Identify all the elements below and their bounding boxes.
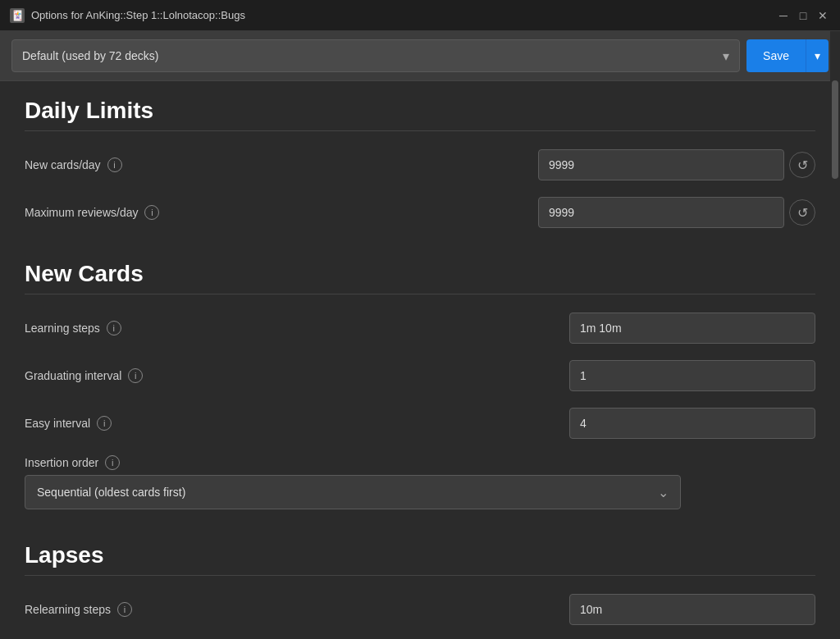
title-bar-left: 🃏 Options for AnKing::Step 1::Lolnotacop…: [10, 8, 245, 23]
easy-interval-label-text: Easy interval: [25, 417, 90, 430]
graduating-interval-label: Graduating interval i: [25, 368, 143, 383]
title-bar: 🃏 Options for AnKing::Step 1::Lolnotacop…: [0, 0, 840, 31]
lapses-section: Lapses Relearning steps i: [25, 542, 815, 633]
learning-steps-row: Learning steps i: [25, 304, 815, 352]
maximize-button[interactable]: □: [796, 8, 810, 23]
relearning-steps-input-group: [569, 594, 815, 625]
new-cards-input-group: ↺: [538, 149, 815, 180]
minimize-icon: ─: [779, 9, 788, 22]
relearning-steps-label-text: Relearning steps: [25, 603, 111, 616]
save-button-group: Save ▾: [746, 39, 829, 72]
deck-selector-label: Default (used by 72 decks): [22, 49, 159, 62]
easy-interval-info-icon[interactable]: i: [97, 416, 112, 431]
learning-steps-input[interactable]: [569, 313, 815, 344]
max-reviews-input-group: ↺: [538, 197, 815, 228]
new-cards-per-day-row: New cards/day i ↺: [25, 141, 815, 189]
new-cards-info-icon[interactable]: i: [107, 157, 122, 172]
maximize-icon: □: [800, 9, 806, 22]
graduating-interval-input[interactable]: [569, 360, 815, 391]
relearning-steps-input[interactable]: [569, 594, 815, 625]
lapses-title: Lapses: [25, 542, 815, 576]
max-reviews-per-day-row: Maximum reviews/day i ↺: [25, 189, 815, 236]
relearning-steps-info-icon[interactable]: i: [117, 602, 132, 617]
learning-steps-label-text: Learning steps: [25, 322, 100, 335]
insertion-order-row: Insertion order i Sequential (oldest car…: [25, 447, 815, 518]
new-cards-title: New Cards: [25, 261, 815, 294]
easy-interval-label: Easy interval i: [25, 416, 112, 431]
toolbar: Default (used by 72 decks) ▾ Save ▾: [0, 31, 840, 81]
window-title: Options for AnKing::Step 1::Lolnotacop::…: [31, 9, 245, 21]
insertion-order-chevron-icon: ⌄: [658, 485, 669, 500]
save-dropdown-icon: ▾: [815, 49, 820, 62]
window-controls: ─ □ ✕: [776, 8, 830, 23]
new-cards-per-day-label: New cards/day i: [25, 157, 122, 172]
learning-steps-label: Learning steps i: [25, 321, 121, 335]
graduating-interval-label-text: Graduating interval: [25, 369, 121, 382]
app-icon: 🃏: [10, 8, 25, 23]
easy-interval-input[interactable]: [569, 408, 815, 439]
scrollbar-thumb[interactable]: [832, 80, 838, 179]
max-reviews-input[interactable]: [538, 197, 784, 228]
save-button[interactable]: Save: [746, 39, 806, 72]
close-button[interactable]: ✕: [815, 8, 830, 23]
learning-steps-input-group: [569, 313, 815, 344]
insertion-order-value: Sequential (oldest cards first): [37, 486, 185, 499]
reset-icon-2: ↺: [797, 205, 808, 221]
daily-limits-title: Daily Limits: [25, 98, 815, 131]
new-cards-reset-button[interactable]: ↺: [789, 152, 815, 178]
close-icon: ✕: [818, 9, 828, 22]
deck-selector-chevron-icon: ▾: [723, 48, 729, 64]
scrollbar-track: [830, 31, 840, 639]
relearning-steps-label: Relearning steps i: [25, 602, 132, 617]
graduating-interval-input-group: [569, 360, 815, 391]
main-content: Daily Limits New cards/day i ↺ Maximum r…: [0, 81, 840, 639]
minimize-button[interactable]: ─: [776, 8, 791, 23]
max-reviews-label-text: Maximum reviews/day: [25, 206, 138, 219]
max-reviews-reset-button[interactable]: ↺: [789, 199, 815, 226]
graduating-interval-row: Graduating interval i: [25, 352, 815, 399]
max-reviews-per-day-label: Maximum reviews/day i: [25, 205, 159, 220]
insertion-order-label: Insertion order i: [25, 455, 120, 470]
new-cards-label-text: New cards/day: [25, 158, 101, 171]
insertion-order-label-text: Insertion order: [25, 456, 98, 469]
easy-interval-row: Easy interval i: [25, 399, 815, 447]
new-cards-input[interactable]: [538, 149, 784, 180]
easy-interval-input-group: [569, 408, 815, 439]
learning-steps-info-icon[interactable]: i: [107, 321, 121, 335]
new-cards-section: New Cards Learning steps i Graduating in…: [25, 261, 815, 518]
max-reviews-info-icon[interactable]: i: [144, 205, 159, 220]
insertion-order-dropdown[interactable]: Sequential (oldest cards first) ⌄: [25, 475, 681, 509]
insertion-order-info-icon[interactable]: i: [105, 455, 120, 470]
reset-icon: ↺: [797, 157, 808, 173]
deck-selector[interactable]: Default (used by 72 decks) ▾: [11, 39, 740, 72]
daily-limits-section: Daily Limits New cards/day i ↺ Maximum r…: [25, 98, 815, 236]
graduating-interval-info-icon[interactable]: i: [128, 368, 143, 383]
relearning-steps-row: Relearning steps i: [25, 586, 815, 633]
save-dropdown-button[interactable]: ▾: [806, 39, 829, 72]
